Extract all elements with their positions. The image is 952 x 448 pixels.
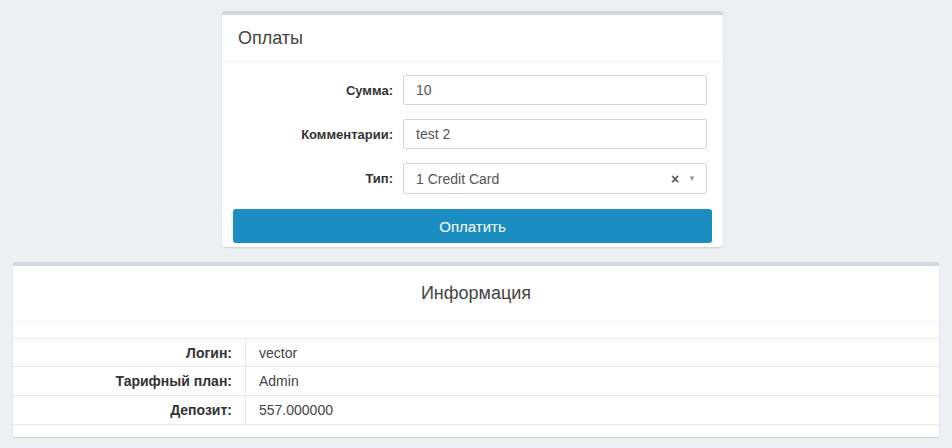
type-select-value: 1 Credit Card xyxy=(416,171,499,187)
clear-selection-icon[interactable]: × xyxy=(671,172,679,186)
tariff-label: Тарифный план: xyxy=(13,367,246,395)
info-table: Логин: vector Тарифный план: Admin Депоз… xyxy=(13,338,939,425)
amount-input[interactable] xyxy=(403,75,707,105)
login-label: Логин: xyxy=(13,339,246,366)
comment-input[interactable] xyxy=(403,119,707,149)
deposit-value: 557.000000 xyxy=(246,396,333,424)
page: Оплаты Сумма: Комментарии: Тип: 1 Credit… xyxy=(0,0,952,448)
type-label: Тип: xyxy=(222,163,393,194)
form-row-amount: Сумма: xyxy=(222,75,723,105)
info-panel-header: Информация xyxy=(13,266,939,322)
deposit-label: Депозит: xyxy=(13,396,246,424)
comment-label: Комментарии: xyxy=(222,119,393,149)
payment-panel: Оплаты Сумма: Комментарии: Тип: 1 Credit… xyxy=(222,11,723,247)
payment-panel-header: Оплаты xyxy=(222,15,723,62)
info-row-deposit: Депозит: 557.000000 xyxy=(13,396,939,425)
tariff-value: Admin xyxy=(246,367,299,395)
payment-panel-title: Оплаты xyxy=(238,28,303,49)
form-row-comment: Комментарии: xyxy=(222,119,723,149)
info-panel: Информация Логин: vector Тарифный план: … xyxy=(13,262,939,437)
amount-label: Сумма: xyxy=(222,75,393,105)
type-select[interactable]: 1 Credit Card × ▼ xyxy=(403,163,707,194)
pay-button[interactable]: Оплатить xyxy=(233,209,712,243)
login-value: vector xyxy=(246,339,297,366)
info-row-tariff: Тарифный план: Admin xyxy=(13,367,939,396)
chevron-down-icon[interactable]: ▼ xyxy=(688,175,696,183)
form-row-type: Тип: 1 Credit Card × ▼ xyxy=(222,163,723,194)
type-select-controls: × ▼ xyxy=(671,172,696,186)
info-row-login: Логин: vector xyxy=(13,338,939,367)
info-panel-title: Информация xyxy=(421,283,531,304)
